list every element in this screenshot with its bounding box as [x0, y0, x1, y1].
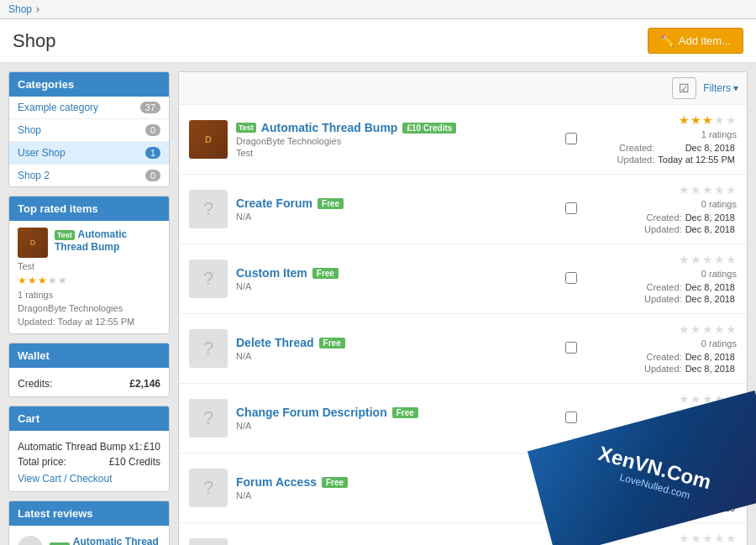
breadcrumb-home[interactable]: Shop	[8, 3, 32, 15]
shop-item-select[interactable]	[565, 411, 577, 423]
shop-item-stars: ★★★★★	[679, 392, 737, 406]
shop-item-dates: Created:Dec 8, 2018 Updated:Dec 8, 2018	[643, 421, 737, 444]
shop-item-author: DragonByte Technologies	[236, 136, 557, 146]
shop-item-select[interactable]	[565, 272, 577, 284]
cart-item-price: £10	[144, 441, 160, 453]
shop-item-stars: ★★★★★	[679, 183, 737, 197]
shop-item: ? Change Forum Description Free N/A ★★★★…	[179, 384, 747, 453]
top-rated-author: Test	[18, 261, 160, 271]
shop-item-rating-count: 0 ratings	[701, 269, 737, 279]
review-avatar: B	[18, 536, 43, 545]
shop-item-price-badge: Free	[319, 338, 345, 348]
shop-item-rating-count: 0 ratings	[701, 478, 737, 488]
shop-item-checkbox-wrapper	[565, 411, 577, 426]
shop-item-thumb: ?	[189, 190, 228, 228]
sidebar-item-category[interactable]: Shop 0	[9, 119, 169, 142]
shop-item-price-badge: Free	[392, 407, 418, 418]
top-rated-stars: ★★★★★	[18, 275, 160, 286]
top-rated-test-badge: Test	[55, 230, 75, 240]
top-rated-item[interactable]: D Test Automatic Thread Bump Test ★★★★★ …	[9, 221, 169, 333]
view-cart-link[interactable]: View Cart / Checkout	[18, 473, 160, 485]
sidebar-item-category[interactable]: Shop 2 0	[9, 165, 169, 186]
cart-title: Cart	[9, 406, 169, 431]
shop-item-info: Delete Thread Free N/A	[236, 336, 557, 361]
top-rated-ratings: 1 ratings	[18, 290, 160, 300]
shop-item-ratings: ★★★★★ 0 ratings Created:Dec 8, 2018 Upda…	[585, 462, 737, 514]
shop-item-dates: Created:Dec 8, 2018 Updated:Dec 8, 2018	[643, 490, 737, 514]
latest-reviews-section: Latest reviews B Test Automatic Thread B…	[8, 500, 170, 545]
shop-item-ratings: ★★★★★ 0 ratings Created:Dec 8, 2018 Upda…	[585, 253, 737, 305]
filter-button[interactable]: Filters ▾	[703, 82, 738, 94]
shop-item-select[interactable]	[565, 202, 577, 214]
shop-item-desc: N/A	[236, 281, 557, 291]
grid-view-button[interactable]: ☑	[672, 77, 696, 99]
shop-item-thumb: ?	[189, 259, 228, 298]
shop-item-rating-count: 0 ratings	[701, 408, 737, 418]
review-name: Automatic Thread Bump	[73, 536, 160, 545]
shop-item-rating-count: 0 ratings	[701, 199, 737, 209]
shop-item-name[interactable]: Create Forum	[236, 197, 312, 210]
shop-item-price-badge: £10 Credits	[402, 123, 456, 134]
shop-item-thumb: ?	[189, 469, 228, 507]
top-rated-thumb: D	[18, 228, 48, 258]
shop-item-thumb: ?	[189, 329, 228, 368]
wallet-title: Wallet	[9, 343, 169, 368]
latest-reviews-title: Latest reviews	[9, 501, 169, 526]
shop-item: ? Delete Thread Free N/A ★★★★★ 0 ratings…	[179, 314, 747, 384]
shop-item-checkbox-wrapper	[565, 133, 577, 147]
sidebar-item-category[interactable]: User Shop 1	[9, 142, 169, 165]
shop-item-select[interactable]	[565, 342, 577, 354]
shop-item: ? Create Forum Free N/A ★★★★★ 0 ratings …	[179, 175, 747, 244]
shop-item-price-badge: Free	[322, 477, 348, 488]
shop-item-ratings: ★★★★★ 0 Created:Dec 8, 2018 Updated:D...	[585, 532, 737, 545]
shop-item-select[interactable]	[565, 481, 577, 493]
shop-item-select[interactable]	[565, 133, 577, 144]
grid-icon: ☑	[679, 81, 690, 95]
shop-item-name[interactable]: Change Forum Description	[236, 406, 387, 419]
shop-item-name[interactable]: Custom Item	[236, 266, 307, 280]
shop-item-checkbox-wrapper	[565, 342, 577, 356]
shop-item: ? Custom Item Free N/A ★★★★★ 0 ratings C…	[179, 244, 747, 314]
items-list: D Test Automatic Thread Bump £10 Credits…	[179, 105, 747, 545]
shop-item-ratings: ★★★★★ 0 ratings Created:Dec 8, 2018 Upda…	[585, 322, 737, 375]
shop-item-desc: N/A	[236, 421, 557, 431]
add-item-button[interactable]: ✏️ Add item...	[648, 28, 743, 54]
page-header: Shop ✏️ Add item...	[0, 19, 756, 63]
shop-item-price-badge: Free	[312, 268, 339, 279]
shop-item-name[interactable]: Forum Access	[236, 475, 317, 489]
wallet-credits-value: £2,146	[129, 378, 160, 390]
sidebar: Categories Example category 37 Shop 0 Us…	[8, 71, 170, 545]
shop-item: D Test Automatic Thread Bump £10 Credits…	[179, 105, 747, 175]
top-rated-updated: Updated: Today at 12:55 PM	[18, 317, 160, 327]
shop-item-desc: Test	[236, 148, 557, 158]
content-toolbar: ☑ Filters ▾	[179, 72, 747, 105]
sidebar-item-category[interactable]: Example category 37	[9, 97, 169, 119]
filter-chevron-icon: ▾	[733, 82, 738, 94]
cart-item-label: Automatic Thread Bump x1:	[18, 441, 143, 453]
pencil-icon: ✏️	[660, 34, 674, 47]
top-rated-section: Top rated items D Test Automatic Thread …	[8, 196, 170, 334]
shop-item-name[interactable]: Delete Thread	[236, 336, 314, 349]
wallet-credits-label: Credits:	[18, 378, 52, 390]
shop-item-dates: Created:Dec 8, 2018 Updated:Dec 8, 2018	[643, 212, 737, 235]
cart-total-label: Total price:	[18, 456, 66, 468]
cart-section: Cart Automatic Thread Bump x1: £10 Total…	[8, 406, 170, 492]
shop-item-checkbox-wrapper	[565, 272, 577, 286]
shop-item-desc: N/A	[236, 490, 557, 500]
shop-item-name[interactable]: Automatic Thread Bump	[261, 121, 398, 134]
shop-item-stars: ★★★★★	[679, 532, 737, 545]
breadcrumb: Shop ›	[0, 0, 756, 19]
top-rated-title: Top rated items	[9, 197, 169, 221]
wallet-section: Wallet Credits: £2,146	[8, 343, 170, 397]
shop-item-checkbox-wrapper	[565, 481, 577, 495]
categories-title: Categories	[9, 72, 169, 97]
shop-item-stars: ★★★★★	[679, 322, 737, 336]
shop-item-price-badge: Free	[318, 198, 344, 209]
shop-item-thumb: ?	[189, 538, 228, 545]
shop-item-ratings: ★★★★★ 0 ratings Created:Dec 8, 2018 Upda…	[585, 183, 737, 235]
shop-item-info: Change Forum Description Free N/A	[236, 406, 557, 431]
shop-item-dates: Created:Dec 8, 2018 Updated:Dec 8, 2018	[643, 351, 737, 375]
shop-item-stars: ★★★★★	[679, 113, 737, 127]
top-rated-company: DragonByte Technologies	[18, 303, 160, 313]
review-item[interactable]: B Test Automatic Thread Bump ★★★★★ Tdfsd…	[18, 536, 160, 545]
